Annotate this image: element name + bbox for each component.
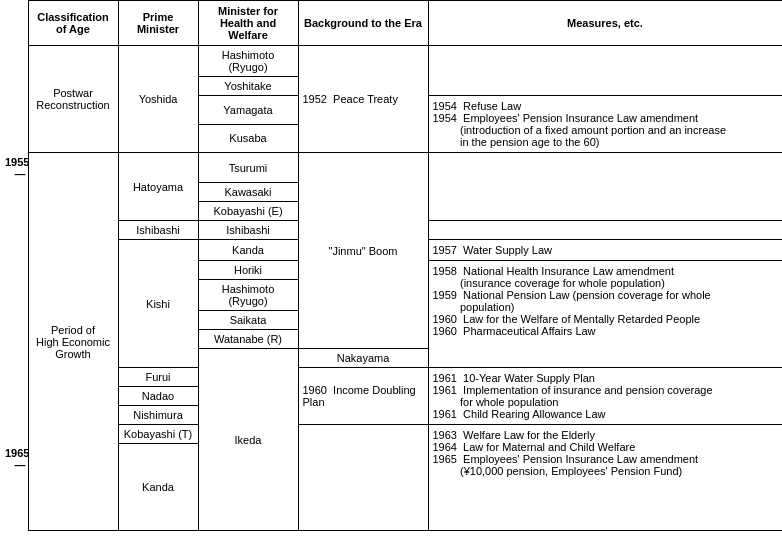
year-marker-cell: [0, 425, 28, 444]
background-cell-income: 1960 Income Doubling Plan: [298, 368, 428, 425]
year-1965-marker: 1965—: [0, 444, 28, 474]
measures-cell: 1958 National Health Insurance Law amend…: [428, 261, 782, 368]
main-container: Classificationof Age Prime Minister Mini…: [0, 0, 782, 531]
col-classification: Classificationof Age: [28, 1, 118, 46]
minister-cell: Kanda: [118, 444, 198, 531]
minister-cell: Kanda: [198, 240, 298, 261]
pm-cell: Ishibashi: [118, 221, 198, 240]
pm-cell: Ikeda: [198, 349, 298, 531]
year-marker-cell: [0, 330, 28, 349]
year-marker-cell: [0, 124, 28, 153]
table-row: Kobayashi (T) 1963 Welfare Law for the E…: [0, 425, 782, 444]
minister-cell: Horiki: [198, 261, 298, 280]
year-marker-cell: [0, 311, 28, 330]
col-minister: Minister forHealth and Welfare: [198, 1, 298, 46]
pm-cell: Yoshida: [118, 46, 198, 153]
minister-cell: Saikata: [198, 311, 298, 330]
table-row: Furui 1960 Income Doubling Plan 1961 10-…: [0, 368, 782, 387]
year-marker-cell: [0, 202, 28, 221]
minister-cell: Hashimoto (Ryugo): [198, 280, 298, 311]
measures-cell: [428, 153, 782, 221]
col-background: Background to the Era: [298, 1, 428, 46]
year-marker-cell: [0, 261, 28, 280]
minister-cell: Furui: [118, 368, 198, 387]
col-pm: Prime Minister: [118, 1, 198, 46]
minister-cell: Kobayashi (T): [118, 425, 198, 444]
year-marker-cell: [0, 96, 28, 125]
pm-cell: Kishi: [118, 240, 198, 368]
minister-cell: Yoshitake: [198, 77, 298, 96]
minister-cell: Kobayashi (E): [198, 202, 298, 221]
background-cell: 1952 Peace Treaty: [298, 46, 428, 153]
measures-cell: 1961 10-Year Water Supply Plan 1961 Impl…: [428, 368, 782, 425]
measures-cell: 1957 Water Supply Law: [428, 240, 782, 261]
year-marker-cell: [0, 280, 28, 311]
measures-cell: 1963 Welfare Law for the Elderly 1964 La…: [428, 425, 782, 531]
classification-cell: Period ofHigh EconomicGrowth: [28, 153, 118, 531]
minister-cell: Nishimura: [118, 406, 198, 425]
minister-cell: Nadao: [118, 387, 198, 406]
minister-cell: Ishibashi: [198, 221, 298, 240]
year-marker-cell: [0, 387, 28, 406]
table-row: PostwarReconstruction Yoshida Hashimoto …: [0, 46, 782, 77]
year-marker-cell: [0, 474, 28, 531]
classification-cell: PostwarReconstruction: [28, 46, 118, 153]
minister-cell: Yamagata: [198, 96, 298, 125]
minister-cell: Tsurumi: [198, 153, 298, 183]
measures-cell: [428, 46, 782, 96]
minister-cell: Nakayama: [298, 349, 428, 368]
year-marker-cell: [0, 368, 28, 387]
year-1955-marker: 1955—: [0, 153, 28, 183]
year-marker-cell: [0, 221, 28, 240]
minister-cell: Kusaba: [198, 124, 298, 153]
year-marker-cell: [0, 240, 28, 261]
background-cell: "Jinmu" Boom: [298, 153, 428, 349]
year-marker-cell: [0, 77, 28, 96]
pm-cell: Hatoyama: [118, 153, 198, 221]
year-col-header: [0, 1, 28, 46]
year-marker-cell: [0, 406, 28, 425]
year-marker-cell: [0, 46, 28, 77]
measures-cell: [428, 221, 782, 240]
year-marker-cell: [0, 349, 28, 368]
main-table: Classificationof Age Prime Minister Mini…: [0, 0, 782, 531]
background-cell-empty: [298, 425, 428, 531]
minister-cell: Hashimoto (Ryugo): [198, 46, 298, 77]
year-marker-cell: [0, 183, 28, 202]
minister-cell: Watanabe (R): [198, 330, 298, 349]
table-row: 1955— Period ofHigh EconomicGrowth Hatoy…: [0, 153, 782, 183]
col-measures: Measures, etc.: [428, 1, 782, 46]
minister-cell: Kawasaki: [198, 183, 298, 202]
measures-cell: 1954 Refuse Law 1954 Employees' Pension …: [428, 96, 782, 153]
